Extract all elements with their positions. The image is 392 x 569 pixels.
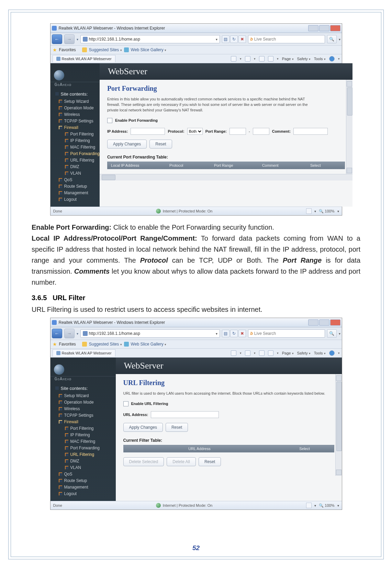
- refresh-button[interactable]: ↻: [230, 330, 238, 337]
- url-dropdown-icon[interactable]: ▾: [216, 332, 217, 336]
- reset-button-2[interactable]: Reset: [199, 457, 221, 466]
- search-options-icon[interactable]: ▾: [339, 332, 340, 336]
- safety-menu[interactable]: Safety ▾: [297, 351, 311, 355]
- sidebar-item-wireless[interactable]: Wireless: [51, 405, 116, 412]
- sidebar-item-route[interactable]: Route Setup: [51, 183, 100, 189]
- sidebar-item-mac-filtering[interactable]: MAC Filtering: [51, 144, 100, 150]
- sidebar-item-setup[interactable]: Setup Wizard: [51, 392, 116, 399]
- sidebar-item-setup[interactable]: Setup Wizard: [51, 98, 100, 105]
- sidebar-item-port-forwarding[interactable]: Port Forwarding: [51, 445, 116, 451]
- feeds-icon[interactable]: [245, 56, 250, 62]
- safety-menu[interactable]: Safety ▾: [297, 57, 311, 61]
- sidebar-item-port-filtering[interactable]: Port Filtering: [51, 425, 116, 431]
- sidebar-item-mac-filtering[interactable]: MAC Filtering: [51, 438, 116, 445]
- zoom-out-icon[interactable]: [306, 208, 312, 214]
- sidebar-item-port-forwarding[interactable]: Port Forwarding: [51, 150, 100, 157]
- sidebar-item-dmz[interactable]: DMZ: [51, 163, 100, 170]
- back-button[interactable]: ←: [52, 34, 62, 44]
- sidebar-item-firewall[interactable]: Firewall: [51, 124, 100, 131]
- sidebar-item-tcpip[interactable]: TCP/IP Settings: [51, 412, 116, 418]
- sidebar-item-logout[interactable]: Logout: [51, 490, 116, 497]
- maximize-button[interactable]: [319, 319, 329, 326]
- vertical-scrollbar[interactable]: [346, 80, 352, 174]
- search-input[interactable]: b Live Search: [248, 329, 325, 338]
- zoom-level[interactable]: 🔍 100%: [319, 209, 334, 214]
- browser-tab[interactable]: Realtek WLAN AP Webserver: [53, 55, 115, 62]
- sidebar-item-operation[interactable]: Operation Mode: [51, 399, 116, 405]
- sidebar-item-qos[interactable]: QoS: [51, 176, 100, 183]
- page-menu[interactable]: Page ▾: [282, 57, 294, 61]
- help-icon[interactable]: [329, 350, 335, 356]
- vertical-scrollbar[interactable]: [335, 374, 342, 476]
- forward-button[interactable]: →: [64, 34, 75, 44]
- port-from-input[interactable]: [229, 128, 246, 135]
- suggested-sites-link[interactable]: Suggested Sites ▾: [89, 342, 122, 347]
- history-dropdown-icon[interactable]: ▾: [77, 332, 78, 336]
- apply-button[interactable]: Apply Changes: [123, 423, 163, 432]
- help-icon[interactable]: [329, 56, 335, 62]
- port-to-input[interactable]: [253, 128, 269, 135]
- history-dropdown-icon[interactable]: ▾: [77, 37, 78, 41]
- stop-button[interactable]: ✖: [238, 330, 246, 337]
- minimize-button[interactable]: [308, 25, 318, 31]
- back-button[interactable]: ←: [52, 329, 62, 338]
- sidebar-item-qos[interactable]: QoS: [51, 471, 116, 477]
- url-input[interactable]: http://192.168.1.1/home.asp ▾: [80, 35, 220, 43]
- search-input[interactable]: b Live Search: [248, 35, 325, 43]
- minimize-button[interactable]: [308, 319, 318, 326]
- stop-button[interactable]: ✖: [238, 35, 246, 43]
- sidebar-item-route[interactable]: Route Setup: [51, 477, 116, 484]
- sidebar-item-tcpip[interactable]: TCP/IP Settings: [51, 118, 100, 124]
- sidebar-item-vlan[interactable]: VLAN: [51, 464, 116, 471]
- ip-input[interactable]: [131, 128, 165, 135]
- zoom-level[interactable]: 🔍 100%: [319, 503, 334, 508]
- print-icon[interactable]: [268, 56, 273, 62]
- enable-checkbox[interactable]: [123, 401, 128, 406]
- sidebar-item-url-filtering[interactable]: URL Filtering: [51, 451, 116, 458]
- comment-input[interactable]: [293, 128, 328, 135]
- compat-view-button[interactable]: ▤: [222, 330, 229, 337]
- sidebar-item-ip-filtering[interactable]: IP Filtering: [51, 137, 100, 144]
- apply-button[interactable]: Apply Changes: [107, 140, 147, 149]
- url-input-field[interactable]: [151, 411, 219, 418]
- favorites-star-icon[interactable]: ★: [53, 47, 57, 53]
- sidebar-item-port-filtering[interactable]: Port Filtering: [51, 131, 100, 137]
- maximize-button[interactable]: [319, 25, 329, 31]
- browser-tab[interactable]: Realtek WLAN AP Webserver: [53, 349, 115, 357]
- protocol-select[interactable]: Both: [187, 128, 203, 135]
- sidebar-item-management[interactable]: Management: [51, 484, 116, 490]
- sidebar-item-ip-filtering[interactable]: IP Filtering: [51, 431, 116, 438]
- sidebar-item-management[interactable]: Management: [51, 189, 100, 196]
- url-dropdown-icon[interactable]: ▾: [216, 37, 217, 41]
- sidebar-item-wireless[interactable]: Wireless: [51, 111, 100, 118]
- web-slice-link[interactable]: Web Slice Gallery ▾: [131, 47, 167, 52]
- search-button[interactable]: 🔍: [327, 35, 337, 43]
- close-button[interactable]: [330, 25, 340, 31]
- search-button[interactable]: 🔍: [327, 329, 337, 338]
- delete-all-button[interactable]: Delete All: [167, 457, 196, 466]
- reset-button[interactable]: Reset: [166, 423, 188, 432]
- sidebar-item-vlan[interactable]: VLAN: [51, 170, 100, 176]
- tools-menu[interactable]: Tools ▾: [314, 351, 326, 355]
- print-icon[interactable]: [268, 350, 273, 356]
- horizontal-scrollbar[interactable]: [100, 174, 352, 180]
- mail-icon[interactable]: [259, 56, 265, 62]
- close-button[interactable]: [330, 319, 340, 326]
- url-input[interactable]: http://192.168.1.1/home.asp ▾: [80, 329, 220, 338]
- tools-menu[interactable]: Tools ▾: [314, 57, 326, 61]
- feeds-icon[interactable]: [245, 350, 250, 356]
- sidebar-item-operation[interactable]: Operation Mode: [51, 105, 100, 111]
- sidebar-item-logout[interactable]: Logout: [51, 196, 100, 203]
- delete-selected-button[interactable]: Delete Selected: [123, 457, 164, 466]
- sidebar-item-url-filtering[interactable]: URL Filtering: [51, 157, 100, 163]
- mail-icon[interactable]: [259, 350, 265, 356]
- home-icon[interactable]: [231, 350, 236, 356]
- reset-button[interactable]: Reset: [149, 140, 172, 149]
- forward-button[interactable]: →: [64, 329, 75, 338]
- page-menu[interactable]: Page ▾: [282, 351, 294, 355]
- sidebar-item-firewall[interactable]: Firewall: [51, 418, 116, 425]
- zoom-out-icon[interactable]: [306, 503, 312, 508]
- suggested-sites-link[interactable]: Suggested Sites ▾: [89, 47, 122, 52]
- enable-checkbox[interactable]: [107, 118, 112, 123]
- home-icon[interactable]: [231, 56, 236, 62]
